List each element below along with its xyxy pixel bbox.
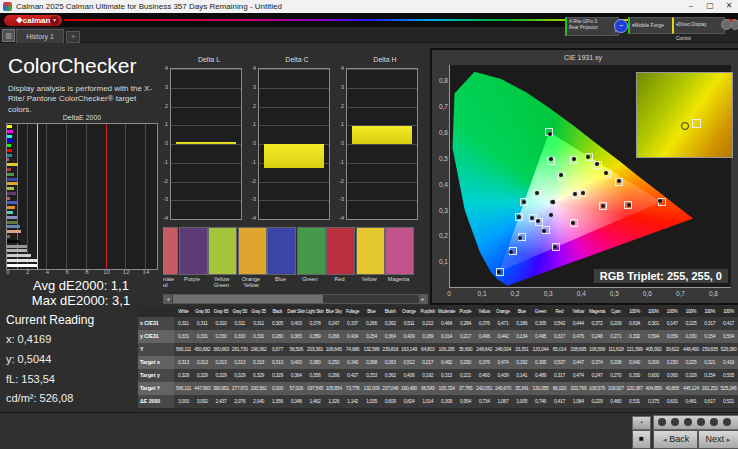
table-cell: 0,329 <box>193 369 212 382</box>
swatch-green[interactable] <box>297 227 326 275</box>
swatch-red[interactable] <box>326 227 355 275</box>
de-bar <box>7 163 18 166</box>
swatch-purple[interactable] <box>179 227 208 275</box>
column-header: Magenta <box>588 306 607 317</box>
tab-history-1[interactable]: History 1 <box>16 29 64 43</box>
scroll-right-icon[interactable]: ► <box>419 295 427 303</box>
y-tick: -3 <box>251 196 256 202</box>
settings-icon[interactable] <box>731 19 738 30</box>
column-header: Red <box>550 306 569 317</box>
meter-select-button[interactable]: X-Rite i1Pro 3 Rear Projector ▾ <box>565 17 619 36</box>
table-cell: 0,305 <box>531 317 550 330</box>
row-label: ΔE 2000 <box>138 395 174 408</box>
cie-measured-marker <box>535 191 539 195</box>
cie-measured-marker <box>581 191 585 195</box>
meter-read-button[interactable]: • <box>632 416 651 430</box>
close-icon[interactable]: ✕ <box>720 0 738 12</box>
table-cell: 0,329 <box>230 369 249 382</box>
table-cell: 566,111 <box>174 343 193 356</box>
meter-line2: Rear Projector <box>569 25 616 31</box>
meter-status-icon[interactable]: − <box>614 19 628 33</box>
back-button[interactable]: ◄ Back <box>653 430 698 449</box>
cie-measured-marker <box>509 250 513 254</box>
gridline <box>125 124 126 269</box>
table-cell: 0,225 <box>682 356 701 369</box>
reading-x: x: 0,4169 <box>6 333 51 345</box>
table-cell: 0,634 <box>625 317 644 330</box>
cie-measured-marker <box>497 270 501 274</box>
gridline <box>259 219 329 220</box>
de-bar <box>7 216 17 219</box>
cie-measured-marker <box>617 179 621 183</box>
cie-y-tick: 0,8 <box>439 77 448 84</box>
stop-measure-button[interactable]: ■ <box>632 430 651 449</box>
toolbar-icon[interactable] <box>671 418 679 426</box>
logo-dropdown-icon[interactable]: ▾ <box>50 16 59 25</box>
de-bar <box>7 130 13 133</box>
table-cell: 0,511 <box>400 317 419 330</box>
table-cell: 1,356 <box>268 395 287 408</box>
toolbar-icon[interactable] <box>658 418 666 426</box>
horizontal-scrollbar[interactable]: ◄ ► <box>163 294 428 304</box>
table-cell: 0,150 <box>663 356 682 369</box>
gridline <box>171 144 241 145</box>
toolbar-icon[interactable] <box>697 418 705 426</box>
table-cell: 109,927 <box>606 382 625 395</box>
maximize-icon[interactable]: ▢ <box>701 0 719 12</box>
minimize-icon[interactable]: – <box>682 0 700 12</box>
table-cell: 0,300 <box>644 356 663 369</box>
table-cell: 0,192 <box>418 369 437 382</box>
table-cell: 0,400 <box>287 356 306 369</box>
table-cell: 0,311 <box>249 317 268 330</box>
toolbar-icon[interactable] <box>684 418 692 426</box>
table-header-row: WhiteGray 80Gray 65Gray 50Gray 35BlackDa… <box>138 306 738 317</box>
table-cell: 0,217 <box>418 356 437 369</box>
source-select-button[interactable]: ▾Mobile Forge <box>628 17 678 34</box>
table-cell: 3,000 <box>174 395 193 408</box>
scrollbar-thumb[interactable] <box>173 295 323 303</box>
table-cell: 0,329 <box>249 369 268 382</box>
cie-measured-marker <box>571 221 575 225</box>
swatch-yellow[interactable] <box>356 227 385 275</box>
swatch-orange-yellow[interactable] <box>238 227 267 275</box>
table-cell: 0,489 <box>531 369 550 382</box>
gridline <box>259 200 329 201</box>
logo-glyph-icon: ❖ <box>16 16 23 25</box>
toolbar-icon[interactable] <box>710 418 718 426</box>
de-bar <box>7 173 14 176</box>
display-control-button[interactable]: ▾Direct Display Control <box>672 17 725 34</box>
layout-icon[interactable]: ▥ <box>2 29 15 42</box>
table-cell: 246,004 <box>494 343 513 356</box>
swatch-moderate-red[interactable] <box>163 227 178 275</box>
cie-measured-marker <box>549 213 553 217</box>
scroll-left-icon[interactable]: ◄ <box>164 295 172 303</box>
table-cell: 0,229 <box>588 395 607 408</box>
gridline <box>259 107 329 108</box>
toolbar-icon[interactable] <box>723 418 731 426</box>
table-cell: 0,250 <box>324 356 343 369</box>
table-cell: 73,778 <box>343 382 362 395</box>
table-row: x CIE310,3110,3110,3100,3110,3110,3050,4… <box>138 317 738 330</box>
swatch-blue[interactable] <box>267 227 296 275</box>
table-cell: 0,290 <box>456 356 475 369</box>
calman-window: Calman 2025 Calman Ultimate for Business… <box>0 0 738 449</box>
next-button[interactable]: Next ► <box>698 430 738 449</box>
y-tick: 3 <box>253 84 256 90</box>
y-tick: -3 <box>163 196 168 202</box>
column-header: 100% Green <box>644 306 663 317</box>
table-cell: 0,268 <box>362 356 381 369</box>
table-cell: 0,247 <box>324 317 343 330</box>
table-cell: 74,686 <box>343 343 362 356</box>
table-cell: 0,677 <box>268 343 287 356</box>
table-cell: 106,576 <box>588 382 607 395</box>
gridline <box>347 144 417 145</box>
table-row: y CIE310,3310,3310,3300,3300,3310,2800,3… <box>138 330 738 343</box>
column-header: Purple <box>456 306 475 317</box>
table-cell: 242,051 <box>475 382 494 395</box>
table-cell: 0,313 <box>437 369 456 382</box>
add-tab-button[interactable]: + <box>66 31 80 43</box>
swatch-magenta[interactable] <box>385 227 414 275</box>
swatch-yellow-green[interactable] <box>208 227 237 275</box>
column-header: White <box>174 306 193 317</box>
delta-chart-title: Delta C <box>258 56 336 63</box>
